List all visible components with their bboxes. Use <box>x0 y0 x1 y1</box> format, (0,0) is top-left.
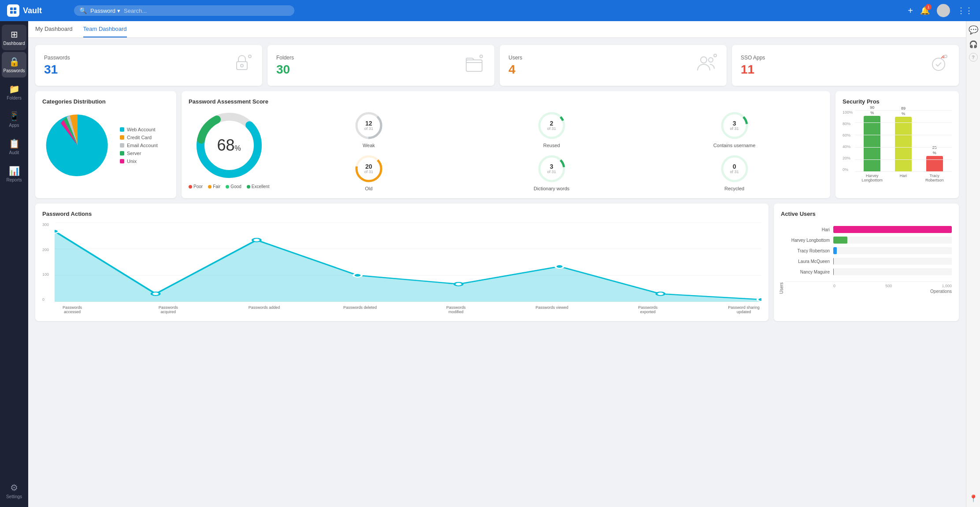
pa-label-1: Passwords acquired <box>151 305 186 314</box>
search-type[interactable]: Password ▾ <box>90 7 120 14</box>
security-pros-title: Security Pros <box>843 98 952 105</box>
stats-row: Passwords 31 Folders <box>35 45 959 86</box>
passwords-icon: 🔒 <box>9 56 20 67</box>
users-stat-icon <box>695 52 718 79</box>
search-bar[interactable]: 🔍 Password ▾ <box>74 5 294 16</box>
assessment-title: Password Assessment Score <box>189 98 823 105</box>
metric-recycled: 0 of 31 Recycled <box>646 153 823 191</box>
svg-point-33 <box>55 229 59 233</box>
x-axis-label: Operations <box>786 289 952 294</box>
bar-label-harvey: Harvey Longbottom <box>859 174 885 182</box>
pa-label-3: Passwords deleted <box>342 305 378 314</box>
svg-rect-3 <box>14 11 16 14</box>
search-input[interactable] <box>124 7 289 14</box>
svg-point-11 <box>714 54 716 57</box>
hbar-laura: Laura McQueen <box>786 258 952 265</box>
pa-label-0: Passwords accessed <box>55 305 90 314</box>
svg-point-12 <box>932 58 945 70</box>
main-layout: ⊞ Dashboard 🔒 Passwords 📁 Folders 📱 Apps… <box>0 21 980 507</box>
legend-dot <box>120 151 124 155</box>
pa-label-7: Password sharing updated <box>726 305 761 314</box>
sidebar-item-apps[interactable]: 📱 Apps <box>2 107 26 132</box>
stat-passwords-label: Passwords <box>44 55 70 61</box>
content-area: My Dashboard Team Dashboard Passwords 31 <box>28 21 966 507</box>
folders-icon: 📁 <box>9 84 20 94</box>
metric-dictionary: 3 of 31 Dictionary words <box>463 153 640 191</box>
svg-point-34 <box>152 292 160 296</box>
stat-sso-label: SSO Apps <box>741 55 765 61</box>
chat-icon[interactable]: 💬 <box>968 25 979 35</box>
notifications-button[interactable]: 🔔 1 <box>920 6 930 15</box>
bar-label-hari: Hari <box>891 174 917 182</box>
svg-rect-2 <box>10 11 13 14</box>
sidebar-item-passwords[interactable]: 🔒 Passwords <box>2 52 26 78</box>
pa-label-2: Passwords added <box>246 305 282 314</box>
stat-passwords-value: 31 <box>44 63 70 77</box>
topbar: Vault 🔍 Password ▾ + 🔔 1 ⋮⋮ <box>0 0 980 21</box>
legend-dot <box>120 135 124 140</box>
categories-title: Categories Distribution <box>42 98 169 105</box>
legend-dot <box>120 127 124 132</box>
stat-users: Users 4 <box>500 45 727 86</box>
dashboard-content: Passwords 31 Folders <box>28 38 966 328</box>
svg-point-36 <box>353 274 361 277</box>
score-legend: Poor Fair Good <box>189 184 269 189</box>
svg-point-8 <box>480 55 483 58</box>
tab-team-dashboard[interactable]: Team Dashboard <box>83 26 127 37</box>
stat-folders-label: Folders <box>276 55 294 61</box>
score-suffix: % <box>235 144 241 152</box>
bar-tracy: 25% <box>921 145 947 171</box>
app-logo[interactable]: Vault <box>7 4 69 17</box>
active-users-title: Active Users <box>781 211 952 217</box>
tab-my-dashboard[interactable]: My Dashboard <box>35 26 73 37</box>
middle-panels: Categories Distribution <box>35 91 959 198</box>
reports-icon: 📊 <box>9 166 20 176</box>
hbar-harvey: Harvey Longbottom <box>786 237 952 244</box>
svg-point-40 <box>757 298 761 301</box>
location-icon[interactable]: 📍 <box>968 493 979 503</box>
metric-weak: 12 of 31 Weak <box>280 110 457 148</box>
password-actions-chart <box>55 222 761 302</box>
dashboard-icon: ⊞ <box>11 29 18 40</box>
settings-icon: ⚙ <box>10 482 18 493</box>
sidebar-item-audit[interactable]: 📋 Audit <box>2 134 26 159</box>
sidebar-item-settings[interactable]: ⚙ Settings <box>2 478 26 503</box>
score-donut-chart: 68% <box>194 110 264 181</box>
sidebar-item-reports[interactable]: 📊 Reports <box>2 161 26 187</box>
pa-y-axis: 300 200 100 0 <box>42 222 49 302</box>
search-icon: 🔍 <box>79 7 87 14</box>
passwords-stat-icon <box>230 52 253 79</box>
svg-point-13 <box>944 55 947 58</box>
headset-icon[interactable]: 🎧 <box>968 39 979 49</box>
stat-folders: Folders 30 <box>267 45 494 86</box>
logo-icon <box>7 4 19 17</box>
stat-users-label: Users <box>509 55 522 61</box>
sidebar-item-dashboard[interactable]: ⊞ Dashboard <box>2 25 26 50</box>
active-users-chart: Hari Harvey Longbottom <box>786 222 952 279</box>
password-actions-title: Password Actions <box>42 211 761 217</box>
legend-dot <box>120 143 124 148</box>
categories-pie-chart <box>42 110 113 181</box>
audit-icon: 📋 <box>9 138 20 149</box>
hbar-nancy: Nancy Maguire <box>786 268 952 275</box>
user-avatar[interactable] <box>937 4 950 17</box>
grid-menu-icon[interactable]: ⋮⋮ <box>957 6 973 15</box>
help-icon[interactable]: ? <box>969 53 978 62</box>
pa-label-5: Passwords viewed <box>535 305 570 314</box>
svg-point-5 <box>241 64 243 67</box>
svg-point-9 <box>701 57 707 63</box>
add-button[interactable]: + <box>908 6 913 16</box>
legend-dot <box>120 159 124 163</box>
svg-point-38 <box>556 265 564 268</box>
bar-hari: 89% <box>891 106 917 171</box>
topbar-actions: + 🔔 1 ⋮⋮ <box>908 4 973 17</box>
legend-web-account: Web Account <box>120 127 158 132</box>
svg-rect-1 <box>14 7 16 10</box>
sidebar-item-folders[interactable]: 📁 Folders <box>2 79 26 105</box>
legend-credit-card: Credit Card <box>120 135 158 140</box>
notification-badge: 1 <box>925 4 932 10</box>
legend-server: Server <box>120 151 158 156</box>
svg-point-6 <box>249 55 251 58</box>
stat-passwords: Passwords 31 <box>35 45 262 86</box>
legend-email-account: Email Account <box>120 143 158 148</box>
